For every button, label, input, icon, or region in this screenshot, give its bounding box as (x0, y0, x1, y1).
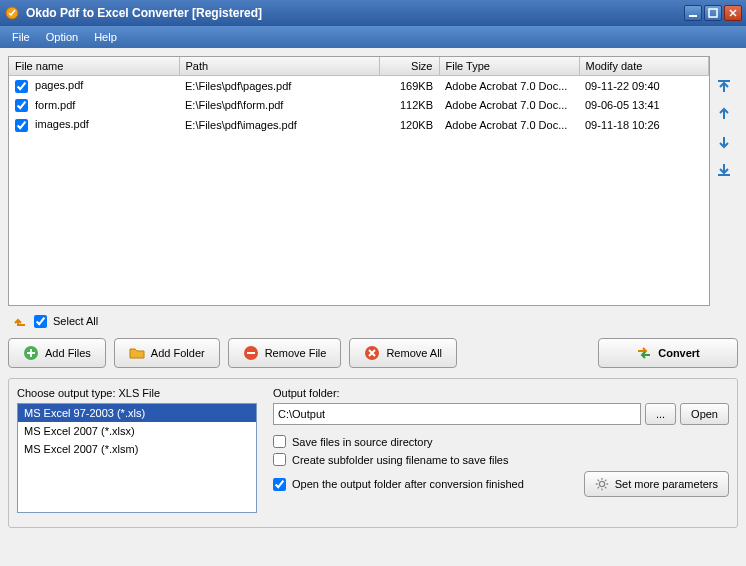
menu-bar: File Option Help (0, 26, 746, 48)
open-after-label: Open the output folder after conversion … (292, 478, 524, 490)
col-date[interactable]: Modify date (579, 57, 709, 76)
file-list[interactable]: File name Path Size File Type Modify dat… (8, 56, 710, 306)
file-date: 09-11-22 09:40 (579, 76, 709, 96)
table-header-row: File name Path Size File Type Modify dat… (9, 57, 709, 76)
select-all-checkbox[interactable] (34, 315, 47, 328)
svg-rect-4 (718, 174, 730, 176)
select-all-label: Select All (53, 315, 98, 327)
file-type: Adobe Acrobat 7.0 Doc... (439, 96, 579, 116)
file-size: 112KB (379, 96, 439, 116)
table-row[interactable]: images.pdf E:\Files\pdf\images.pdf 120KB… (9, 115, 709, 135)
output-folder-label: Output folder: (273, 387, 729, 399)
file-name: form.pdf (35, 99, 75, 111)
table-row[interactable]: form.pdf E:\Files\pdf\form.pdf 112KB Ado… (9, 96, 709, 116)
set-more-parameters-button[interactable]: Set more parameters (584, 471, 729, 497)
format-option[interactable]: MS Excel 2007 (*.xlsx) (18, 422, 256, 440)
file-type: Adobe Acrobat 7.0 Doc... (439, 115, 579, 135)
format-list[interactable]: MS Excel 97-2003 (*.xls)MS Excel 2007 (*… (17, 403, 257, 513)
table-row[interactable]: pages.pdf E:\Files\pdf\pages.pdf 169KB A… (9, 76, 709, 96)
row-checkbox[interactable] (15, 80, 28, 93)
menu-file[interactable]: File (4, 29, 38, 45)
remove-all-button[interactable]: Remove All (349, 338, 457, 368)
content-area: File name Path Size File Type Modify dat… (0, 48, 746, 566)
close-button[interactable] (724, 5, 742, 21)
file-path: E:\Files\pdf\pages.pdf (179, 76, 379, 96)
row-checkbox[interactable] (15, 119, 28, 132)
move-up-button[interactable] (714, 104, 734, 124)
file-path: E:\Files\pdf\images.pdf (179, 115, 379, 135)
add-files-button[interactable]: Add Files (8, 338, 106, 368)
col-type[interactable]: File Type (439, 57, 579, 76)
x-icon (364, 345, 380, 361)
add-folder-button[interactable]: Add Folder (114, 338, 220, 368)
menu-help[interactable]: Help (86, 29, 125, 45)
file-date: 09-11-18 10:26 (579, 115, 709, 135)
app-icon (4, 5, 20, 21)
reorder-buttons (714, 56, 738, 306)
file-size: 169KB (379, 76, 439, 96)
col-path[interactable]: Path (179, 57, 379, 76)
svg-rect-7 (247, 352, 255, 354)
output-type-label: Choose output type: XLS File (17, 387, 257, 399)
open-folder-button[interactable]: Open (680, 403, 729, 425)
title-bar: Okdo Pdf to Excel Converter [Registered] (0, 0, 746, 26)
save-in-source-checkbox[interactable] (273, 435, 286, 448)
col-filename[interactable]: File name (9, 57, 179, 76)
open-after-checkbox[interactable] (273, 478, 286, 491)
svg-point-9 (599, 481, 604, 486)
file-date: 09-06-05 13:41 (579, 96, 709, 116)
format-option[interactable]: MS Excel 97-2003 (*.xls) (18, 404, 256, 422)
move-bottom-button[interactable] (714, 160, 734, 180)
row-checkbox[interactable] (15, 99, 28, 112)
file-type: Adobe Acrobat 7.0 Doc... (439, 76, 579, 96)
gear-icon (595, 477, 609, 491)
convert-icon (636, 345, 652, 361)
create-subfolder-checkbox[interactable] (273, 453, 286, 466)
create-subfolder-label: Create subfolder using filename to save … (292, 454, 508, 466)
output-path-input[interactable] (273, 403, 641, 425)
convert-button[interactable]: Convert (598, 338, 738, 368)
menu-option[interactable]: Option (38, 29, 86, 45)
file-name: images.pdf (35, 118, 89, 130)
move-top-button[interactable] (714, 76, 734, 96)
svg-rect-2 (709, 9, 717, 17)
save-in-source-label: Save files in source directory (292, 436, 433, 448)
file-name: pages.pdf (35, 79, 83, 91)
up-arrow-icon (12, 312, 28, 330)
folder-icon (129, 345, 145, 361)
svg-rect-1 (689, 15, 697, 17)
window-title: Okdo Pdf to Excel Converter [Registered] (26, 6, 682, 20)
maximize-button[interactable] (704, 5, 722, 21)
file-size: 120KB (379, 115, 439, 135)
file-path: E:\Files\pdf\form.pdf (179, 96, 379, 116)
plus-icon (23, 345, 39, 361)
remove-file-button[interactable]: Remove File (228, 338, 342, 368)
format-option[interactable]: MS Excel 2007 (*.xlsm) (18, 440, 256, 458)
minus-icon (243, 345, 259, 361)
col-size[interactable]: Size (379, 57, 439, 76)
move-down-button[interactable] (714, 132, 734, 152)
browse-button[interactable]: ... (645, 403, 676, 425)
minimize-button[interactable] (684, 5, 702, 21)
